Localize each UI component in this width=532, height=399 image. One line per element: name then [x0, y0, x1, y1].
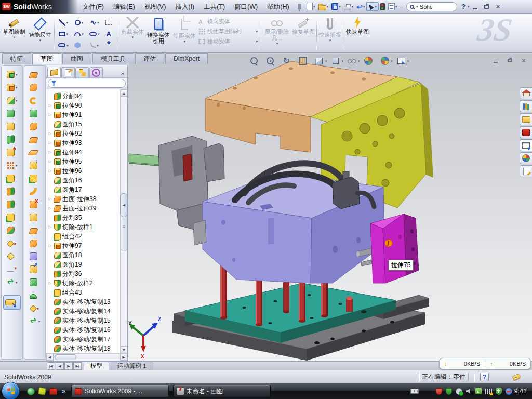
tree-item[interactable]: ▷ 实体-移动/复制17: [48, 335, 120, 344]
expand-arrow-icon[interactable]: ▷: [48, 244, 52, 248]
toolbar-button[interactable]: ▾: [2, 68, 22, 81]
toolbar-button[interactable]: ▾: [24, 302, 45, 315]
task-pane-tab[interactable]: [520, 152, 532, 164]
toolbar-button[interactable]: ▾: [24, 172, 45, 185]
tab-nav-button[interactable]: ▶: [64, 362, 73, 370]
menu-item[interactable]: 视图(V): [140, 0, 171, 14]
toolbar-button[interactable]: ▾: [2, 263, 22, 276]
search-input[interactable]: ▾ Solic: [406, 2, 457, 11]
toolbar-button[interactable]: ▾: [24, 237, 45, 250]
tab-nav-button[interactable]: ◀: [56, 362, 64, 370]
task-pane-tab[interactable]: [520, 126, 532, 138]
toolbar-button[interactable]: ▾: [24, 120, 45, 133]
quick-launch-icon[interactable]: [27, 388, 35, 395]
hud-button[interactable]: ▾: [314, 56, 327, 66]
tree-item[interactable]: ▷ 实体-移动/复制18: [48, 344, 120, 353]
rebuild-button[interactable]: [379, 2, 387, 12]
start-button[interactable]: [2, 382, 20, 399]
ribbon-tab[interactable]: 模具工具: [92, 53, 134, 64]
tree-item[interactable]: ▷ 切除-放样1: [48, 222, 120, 232]
scrollbar-thumb[interactable]: [55, 354, 76, 360]
toolbar-button[interactable]: ▾: [2, 185, 22, 198]
toolbar-button[interactable]: ▾: [24, 133, 45, 146]
toolbar-button[interactable]: ▾: [24, 94, 45, 107]
chevron-down-icon[interactable]: ▾: [468, 5, 470, 8]
tree-item[interactable]: ▷ 拉伸94: [48, 148, 120, 157]
tray-icon[interactable]: [456, 388, 462, 395]
menu-item[interactable]: 帮助(H): [262, 0, 294, 14]
study-tab[interactable]: 模型: [84, 362, 109, 370]
rapid-sketch-button[interactable]: 快速草图: [344, 15, 370, 51]
sketch-tool-button[interactable]: ▾: [56, 39, 71, 51]
toolbar-button[interactable]: ▾: [24, 107, 45, 120]
toolbar-button[interactable]: ▾: [2, 250, 22, 263]
tree-item[interactable]: ▷ 圆角17: [48, 185, 120, 194]
tray-icon[interactable]: [446, 388, 452, 395]
toolbar-button[interactable]: ▾: [3, 295, 21, 310]
restore-button[interactable]: [481, 2, 491, 11]
vertical-scrollbar[interactable]: ▲ ≡ ▼: [120, 89, 127, 353]
taskbar-task-button[interactable]: 未命名 - 画图: [173, 385, 271, 397]
tray-icon[interactable]: [436, 388, 442, 395]
toolbar-button[interactable]: ▾: [305, 2, 317, 12]
tab-nav-button[interactable]: |◀: [47, 362, 55, 370]
toolbar-button[interactable]: ▾: [317, 2, 330, 12]
chevron-down-icon[interactable]: ▾: [82, 32, 84, 36]
chevron-down-icon[interactable]: ▾: [14, 35, 16, 39]
task-pane-tab[interactable]: [520, 113, 532, 125]
minimize-button[interactable]: [470, 2, 480, 11]
toolbar-button[interactable]: ▾: [24, 276, 45, 289]
tray-icon[interactable]: [485, 389, 492, 394]
doc-minimize-button[interactable]: [490, 56, 501, 64]
chevron-down-icon[interactable]: ▾: [184, 39, 186, 43]
chevron-down-icon[interactable]: ▾: [82, 21, 84, 24]
chevron-down-icon[interactable]: ▾: [97, 44, 99, 47]
chevron-down-icon[interactable]: ▾: [276, 42, 278, 45]
expand-arrow-icon[interactable]: ▷: [48, 169, 52, 173]
task-pane-tab[interactable]: [520, 139, 532, 151]
menu-item[interactable]: 窗口(W): [230, 0, 262, 14]
sketch-tool-button[interactable]: ▾: [56, 17, 71, 28]
horizontal-scrollbar[interactable]: ◀ ▶: [46, 353, 127, 361]
panel-tab[interactable]: [75, 67, 89, 77]
ribbon-tab[interactable]: 特征: [2, 53, 31, 64]
toolbar-button[interactable]: ▾: [2, 146, 22, 159]
panel-overflow-chevron[interactable]: »: [119, 70, 126, 77]
chevron-down-icon[interactable]: ▾: [375, 5, 377, 8]
chevron-down-icon[interactable]: ▾: [256, 30, 258, 33]
smart-dimension-button[interactable]: 智能尺寸 ▾: [27, 15, 53, 51]
tree-filter-input[interactable]: [48, 79, 126, 88]
chevron-down-icon[interactable]: ▾: [66, 21, 69, 24]
sketch-tool-button[interactable]: ▾: [102, 28, 118, 39]
tree-item[interactable]: ▷ 实体-移动/复制16: [48, 325, 120, 335]
toolbar-button[interactable]: ▾: [2, 133, 22, 146]
chevron-down-icon[interactable]: ▾: [325, 59, 327, 63]
doc-restore-button[interactable]: [504, 56, 515, 64]
hud-button[interactable]: ▾: [379, 56, 393, 66]
tree-item[interactable]: ▷ 圆角19: [48, 260, 120, 269]
toolbar-button[interactable]: ▾: [24, 224, 45, 237]
tree-item[interactable]: ▷ 组合43: [48, 288, 120, 297]
task-pane-tab[interactable]: [520, 100, 532, 112]
chevron-down-icon[interactable]: ▾: [313, 5, 315, 8]
chevron-down-icon[interactable]: ▾: [363, 5, 365, 8]
linear-pattern-button[interactable]: 线性草图阵列 ▾: [198, 28, 258, 35]
toolbar-button[interactable]: ▾: [2, 81, 22, 94]
chevron-down-icon[interactable]: ▾: [16, 99, 18, 102]
scroll-down-icon[interactable]: ▼: [121, 346, 127, 353]
toolbar-button[interactable]: ▾: [342, 2, 355, 12]
tray-icon[interactable]: [506, 388, 512, 395]
mirror-entities-button[interactable]: 镜向实体: [198, 18, 258, 25]
options-button[interactable]: ▾: [387, 2, 399, 12]
menu-item[interactable]: 编辑(E): [109, 0, 140, 14]
chevron-down-icon[interactable]: ▾: [97, 21, 99, 24]
help-button[interactable]: ?: [460, 3, 467, 10]
tree-item[interactable]: ▷ 实体-移动/复制15: [48, 316, 120, 325]
tree-item[interactable]: ▷ 分割34: [48, 91, 120, 101]
toolbar-button[interactable]: ▾: [2, 120, 22, 133]
sketch-tool-button[interactable]: ▾: [71, 17, 87, 28]
expand-arrow-icon[interactable]: ▷: [48, 197, 52, 201]
ribbon-tab[interactable]: 评估: [135, 53, 164, 64]
display-delete-relations-button[interactable]: 显示/删除几... ▾: [262, 15, 291, 51]
sketch-tool-button[interactable]: ▾: [87, 28, 102, 39]
